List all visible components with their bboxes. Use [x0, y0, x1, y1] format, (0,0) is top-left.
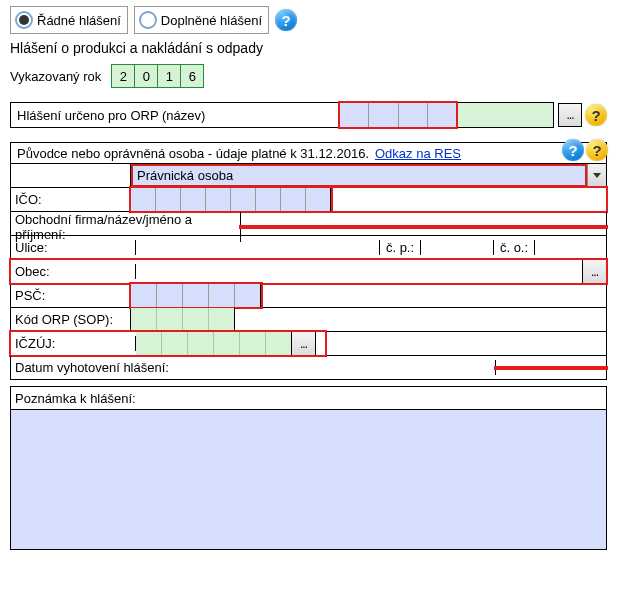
help-icon[interactable]: ? [585, 104, 607, 126]
obec-label: Obec: [11, 264, 136, 279]
report-date-label: Datum vyhotovení hlášení: [11, 360, 496, 375]
year-label: Vykazovaný rok [10, 69, 101, 84]
help-icon[interactable]: ? [275, 9, 297, 31]
street-label: Ulice: [11, 240, 136, 255]
note-textarea[interactable] [10, 410, 607, 550]
iczuj-input[interactable] [136, 332, 292, 355]
ico-label: IČO: [11, 188, 131, 211]
radio-dot-icon [15, 11, 33, 29]
co-label: č. o.: [493, 240, 535, 255]
psc-label: PSČ: [11, 284, 131, 307]
year-digit: 6 [180, 64, 204, 88]
orp-destination-input[interactable] [340, 102, 554, 128]
year-digit: 2 [111, 64, 135, 88]
radio-regular-label: Řádné hlášení [37, 13, 121, 28]
obec-lookup-button[interactable]: ... [582, 260, 606, 283]
cp-label: č. p.: [379, 240, 421, 255]
help-icon[interactable]: ? [586, 139, 608, 161]
ico-name-input[interactable] [331, 188, 606, 211]
entity-type-select[interactable]: Právnická osoba [131, 164, 587, 187]
orp-code-input[interactable] [131, 308, 235, 331]
radio-dot-icon [139, 11, 157, 29]
ico-input[interactable] [131, 188, 331, 211]
iczuj-lookup-button[interactable]: ... [292, 332, 316, 355]
year-input[interactable]: 2 0 1 6 [111, 64, 204, 88]
subject-section-header: Původce nebo oprávněná osoba - údaje pla… [10, 142, 607, 164]
entity-type-label [11, 164, 131, 187]
iczuj-label: IČZÚJ: [11, 336, 136, 351]
orp-destination-label: Hlášení určeno pro ORP (název) [10, 102, 340, 128]
subject-section-text: Původce nebo oprávněná osoba - údaje pla… [17, 146, 369, 161]
radio-amended-report[interactable]: Doplněné hlášení [134, 6, 269, 34]
entity-type-value: Právnická osoba [131, 164, 587, 187]
year-digit: 1 [157, 64, 181, 88]
orp-lookup-button[interactable]: ... [558, 103, 582, 127]
help-icon[interactable]: ? [562, 139, 584, 161]
radio-regular-report[interactable]: Řádné hlášení [10, 6, 128, 34]
orp-code-cells[interactable] [338, 101, 458, 129]
year-digit: 0 [134, 64, 158, 88]
orp-code-label: Kód ORP (SOP): [11, 308, 131, 331]
page-title: Hlášení o produkci a nakládání s odpady [10, 40, 607, 56]
psc-input[interactable] [131, 284, 261, 307]
company-name-row: Obchodní firma/název/jméno a příjmení: [10, 212, 607, 236]
radio-amended-label: Doplněné hlášení [161, 13, 262, 28]
res-link[interactable]: Odkaz na RES [375, 146, 461, 161]
chevron-down-icon[interactable] [587, 164, 606, 187]
note-label: Poznámka k hlášení: [10, 386, 607, 410]
